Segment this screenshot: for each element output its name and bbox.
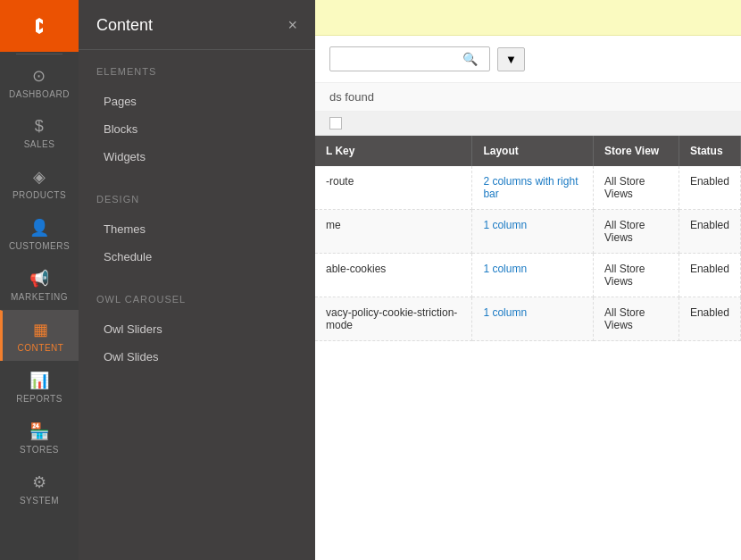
nav-item-sales[interactable]: $ SALES	[0, 107, 79, 157]
sales-icon: $	[35, 117, 45, 136]
nav-label-stores: STORES	[20, 445, 59, 456]
search-icon: 🔍	[462, 52, 478, 66]
flyout-close-button[interactable]: ×	[287, 16, 297, 35]
yellow-notification-bar	[315, 0, 741, 36]
reports-icon: 📊	[29, 371, 50, 390]
flyout-menu: Content × Elements Pages Blocks Widgets …	[79, 0, 315, 560]
cell-url-key-2: able-cookies	[315, 254, 472, 297]
col-header-store-view[interactable]: Store View	[594, 136, 679, 166]
nav-label-reports: REPORTS	[16, 394, 62, 405]
nav-label-marketing: MARKETING	[11, 292, 68, 303]
layout-link-1[interactable]: 1 column	[483, 219, 527, 231]
flyout-item-owl-slides[interactable]: Owl Slides	[96, 343, 297, 371]
records-found-text: ds found	[315, 83, 741, 112]
content-icon: ▦	[33, 320, 49, 339]
cell-store-view-2: All Store Views	[594, 254, 679, 297]
main-content: 🔍 ▼ ds found L Key Layout Store View Sta…	[315, 0, 741, 560]
search-box: 🔍	[329, 46, 490, 71]
col-header-status[interactable]: Status	[679, 136, 740, 166]
col-header-layout[interactable]: Layout	[472, 136, 594, 166]
nav-label-sales: SALES	[24, 139, 55, 150]
nav-item-customers[interactable]: 👤 CUSTOMERS	[0, 208, 79, 259]
layout-link-3[interactable]: 1 column	[483, 306, 527, 319]
system-icon: ⚙	[32, 472, 47, 492]
flyout-item-pages[interactable]: Pages	[96, 88, 297, 115]
filters-button[interactable]: ▼	[497, 47, 525, 71]
products-icon: ◈	[33, 167, 46, 187]
design-section-title: Design	[96, 194, 297, 205]
table-row: vacy-policy-cookie-striction-mode 1 colu…	[315, 297, 741, 341]
flyout-title: Content	[96, 16, 153, 35]
flyout-item-themes[interactable]: Themes	[96, 215, 297, 243]
nav-divider-top	[16, 54, 63, 54]
content-area: 🔍 ▼ ds found L Key Layout Store View Sta…	[315, 36, 741, 560]
cell-store-view-0: All Store Views	[594, 166, 679, 210]
table-row: able-cookies 1 column All Store Views En…	[315, 254, 741, 297]
nav-label-customers: CUSTOMERS	[9, 241, 70, 252]
left-navigation: ⊙ DASHBOARD $ SALES ◈ PRODUCTS 👤 CUSTOME…	[0, 0, 79, 560]
flyout-item-widgets[interactable]: Widgets	[96, 143, 297, 171]
search-input[interactable]	[337, 53, 462, 66]
nav-item-system[interactable]: ⚙ SYSTEM	[0, 463, 79, 514]
customers-icon: 👤	[29, 218, 50, 238]
cell-status-3: Enabled	[679, 297, 740, 341]
elements-section-title: Elements	[96, 66, 297, 77]
marketing-icon: 📢	[29, 269, 50, 288]
flyout-item-blocks[interactable]: Blocks	[96, 115, 297, 143]
table-body: -route 2 columns with right bar All Stor…	[315, 166, 741, 341]
nav-label-dashboard: DASHBOARD	[9, 89, 70, 100]
table-row: -route 2 columns with right bar All Stor…	[315, 166, 741, 210]
flyout-section-design: Design Themes Schedule	[79, 178, 315, 278]
cell-layout-1: 1 column	[472, 210, 594, 254]
cell-status-2: Enabled	[679, 254, 740, 297]
layout-link-2[interactable]: 1 column	[483, 263, 527, 275]
nav-item-dashboard[interactable]: ⊙ DASHBOARD	[0, 56, 79, 107]
nav-label-system: SYSTEM	[20, 496, 59, 506]
nav-item-reports[interactable]: 📊 REPORTS	[0, 361, 79, 412]
cell-layout-3: 1 column	[472, 297, 594, 341]
nav-item-products[interactable]: ◈ PRODUCTS	[0, 157, 79, 208]
magento-logo-icon	[23, 10, 55, 42]
col-header-url-key[interactable]: L Key	[315, 136, 472, 166]
cell-status-0: Enabled	[679, 166, 740, 210]
flyout-header: Content ×	[79, 0, 315, 50]
nav-label-products: PRODUCTS	[12, 190, 66, 201]
filter-row	[315, 112, 741, 136]
flyout-item-owl-sliders[interactable]: Owl Sliders	[96, 315, 297, 343]
filters-chevron-icon: ▼	[505, 53, 517, 66]
cell-url-key-1: me	[315, 210, 472, 254]
flyout-item-schedule[interactable]: Schedule	[96, 243, 297, 271]
layout-link-0[interactable]: 2 columns with right bar	[483, 175, 578, 200]
cell-layout-0: 2 columns with right bar	[472, 166, 594, 210]
stores-icon: 🏪	[29, 422, 50, 441]
search-bar-row: 🔍 ▼	[315, 36, 741, 83]
cell-url-key-3: vacy-policy-cookie-striction-mode	[315, 297, 472, 341]
table-header-row: L Key Layout Store View Status	[315, 136, 741, 166]
cell-url-key-0: -route	[315, 166, 472, 210]
cell-store-view-3: All Store Views	[594, 297, 679, 341]
nav-item-marketing[interactable]: 📢 MARKETING	[0, 259, 79, 310]
pages-table: L Key Layout Store View Status -route 2 …	[315, 136, 741, 341]
owl-carousel-section-title: Owl Carousel	[96, 294, 297, 305]
logo-area[interactable]	[0, 0, 79, 52]
flyout-section-owl-carousel: Owl Carousel Owl Sliders Owl Slides	[79, 278, 315, 378]
cell-status-1: Enabled	[679, 210, 740, 254]
records-count: ds found	[329, 90, 374, 104]
table-row: me 1 column All Store Views Enabled	[315, 210, 741, 254]
cell-layout-2: 1 column	[472, 254, 594, 297]
flyout-section-elements: Elements Pages Blocks Widgets	[79, 50, 315, 178]
nav-item-stores[interactable]: 🏪 STORES	[0, 412, 79, 463]
table-header: L Key Layout Store View Status	[315, 136, 741, 166]
select-all-checkbox[interactable]	[329, 117, 342, 130]
nav-label-content: CONTENT	[18, 343, 64, 354]
cell-store-view-1: All Store Views	[594, 210, 679, 254]
nav-item-content[interactable]: ▦ CONTENT	[0, 310, 79, 361]
dashboard-icon: ⊙	[32, 66, 46, 86]
